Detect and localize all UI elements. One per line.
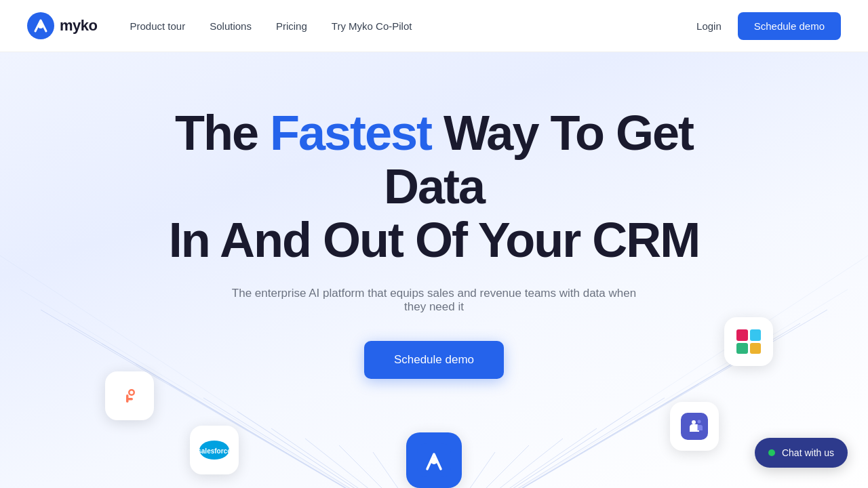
schedule-demo-nav-button[interactable]: Schedule demo bbox=[738, 12, 841, 40]
logo-text: myko bbox=[60, 17, 97, 35]
slack-q1 bbox=[736, 329, 748, 341]
svg-point-39 bbox=[431, 458, 437, 464]
nav-pricing[interactable]: Pricing bbox=[276, 20, 307, 32]
svg-line-19 bbox=[434, 384, 698, 488]
nav-solutions[interactable]: Solutions bbox=[210, 20, 252, 32]
svg-text:salesforce: salesforce bbox=[197, 447, 231, 455]
schedule-demo-hero-button[interactable]: Schedule demo bbox=[364, 341, 504, 379]
chat-widget[interactable]: Chat with us bbox=[755, 438, 848, 468]
slack-icon-grid bbox=[736, 329, 761, 354]
svg-point-1 bbox=[38, 23, 43, 28]
headline-part1: The bbox=[175, 106, 270, 160]
hubspot-integration-icon bbox=[105, 371, 154, 420]
svg-line-17 bbox=[434, 411, 631, 488]
headline-accent: Fastest bbox=[270, 106, 431, 160]
slack-integration-icon bbox=[724, 317, 773, 366]
chat-widget-label: Chat with us bbox=[782, 447, 834, 458]
svg-point-28 bbox=[117, 383, 142, 409]
headline-part3: In And Out Of Your CRM bbox=[169, 213, 700, 267]
login-button[interactable]: Login bbox=[696, 20, 722, 32]
nav-copilot[interactable]: Try Myko Co-Pilot bbox=[332, 20, 412, 32]
navbar: myko Product tour Solutions Pricing Try … bbox=[0, 0, 868, 52]
slack-q3 bbox=[736, 343, 748, 354]
svg-line-18 bbox=[434, 398, 665, 488]
svg-line-8 bbox=[237, 411, 434, 488]
hero-headline: The Fastest Way To Get Data In And Out O… bbox=[129, 106, 739, 268]
svg-point-34 bbox=[698, 420, 701, 424]
slack-q4 bbox=[750, 343, 762, 354]
teams-integration-icon bbox=[670, 402, 719, 451]
svg-point-30 bbox=[130, 391, 134, 394]
myko-center-logo bbox=[417, 443, 451, 477]
nav-product-tour[interactable]: Product tour bbox=[130, 20, 185, 32]
hero-section: The Fastest Way To Get Data In And Out O… bbox=[0, 52, 868, 488]
svg-rect-32 bbox=[126, 398, 133, 401]
svg-line-5 bbox=[136, 364, 434, 488]
myko-center-integration-icon bbox=[406, 432, 462, 488]
salesforce-integration-icon: salesforce bbox=[190, 426, 239, 474]
myko-logo-icon bbox=[27, 12, 54, 39]
slack-q2 bbox=[750, 329, 762, 341]
logo-link[interactable]: myko bbox=[27, 12, 97, 39]
hero-subtext: The enterprise AI platform that equips s… bbox=[231, 287, 637, 314]
nav-links: Product tour Solutions Pricing Try Myko … bbox=[130, 20, 696, 32]
chat-status-dot bbox=[768, 449, 775, 456]
nav-actions: Login Schedule demo bbox=[696, 12, 841, 40]
